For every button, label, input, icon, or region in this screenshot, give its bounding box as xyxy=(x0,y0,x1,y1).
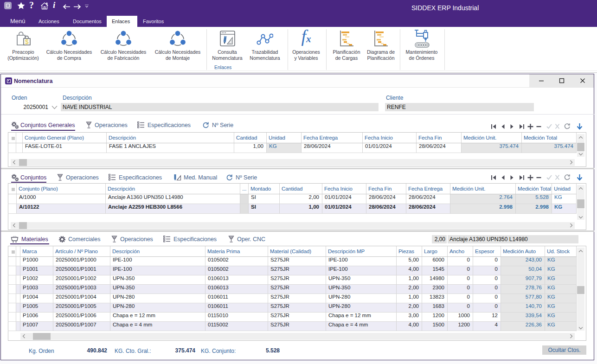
svg-text:$: $ xyxy=(25,38,29,45)
